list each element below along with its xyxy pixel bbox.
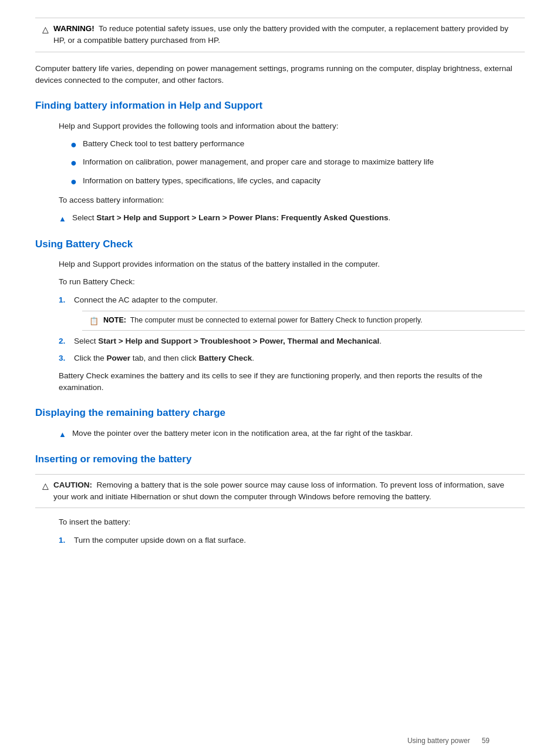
caution-content: CAUTION: Removing a battery that is the … <box>53 479 518 503</box>
arrow-text: Move the pointer over the battery meter … <box>72 428 413 439</box>
step-number: 1. <box>59 535 69 546</box>
footer-text: Using battery power <box>407 737 470 745</box>
warning-box: △ WARNING! To reduce potential safety is… <box>35 18 525 52</box>
arrow-triangle-icon: ▲ <box>59 429 66 441</box>
step-text: Select Start > Help and Support > Troubl… <box>74 335 382 347</box>
step-number: 3. <box>59 352 69 364</box>
note-icon: 📋 <box>89 315 99 327</box>
caution-box: △ CAUTION: Removing a battery that is th… <box>35 474 525 509</box>
intro-text: Computer battery life varies, depending … <box>35 63 525 87</box>
step-text: Connect the AC adapter to the computer. <box>74 294 218 306</box>
step-number: 2. <box>59 335 69 347</box>
section1-heading: Finding battery information in Help and … <box>35 98 525 113</box>
caution-text: Removing a battery that is the sole powe… <box>53 480 504 501</box>
warning-text: WARNING! To reduce potential safety issu… <box>53 23 518 47</box>
list-item: 3. Click the Power tab, and then click B… <box>59 352 525 364</box>
list-item: ● Information on battery types, specific… <box>70 175 525 189</box>
arrow-text: Select Start > Help and Support > Learn … <box>72 212 390 224</box>
list-item: 2. Select Start > Help and Support > Tro… <box>59 335 525 347</box>
note-text: The computer must be connected to extern… <box>130 316 423 324</box>
caution-triangle-icon: △ <box>42 480 49 492</box>
section1-intro: Help and Support provides the following … <box>59 120 525 132</box>
bullet-icon: ● <box>70 138 77 152</box>
warning-triangle-icon: △ <box>42 23 49 36</box>
section2-conclusion: Battery Check examines the battery and i… <box>59 370 525 394</box>
note-box: 📋 NOTE: The computer must be connected t… <box>82 311 525 331</box>
step-text: Click the Power tab, and then click Batt… <box>74 352 254 364</box>
page-footer: Using battery power 59 <box>407 735 490 746</box>
page-wrapper: △ WARNING! To reduce potential safety is… <box>35 18 525 746</box>
step-text: Turn the computer upside down on a flat … <box>74 535 246 546</box>
section2-numbered-list: 1. Connect the AC adapter to the compute… <box>59 294 525 364</box>
section3-heading: Displaying the remaining battery charge <box>35 405 525 421</box>
bullet-icon: ● <box>70 175 77 189</box>
list-item: 1. Turn the computer upside down on a fl… <box>59 535 525 546</box>
bullet-icon: ● <box>70 156 77 170</box>
page-number: 59 <box>482 737 490 745</box>
section3-arrow-item: ▲ Move the pointer over the battery mete… <box>59 428 525 441</box>
section2-heading: Using Battery Check <box>35 237 525 252</box>
section1-access-text: To access battery information: <box>59 194 525 206</box>
list-item: 1. Connect the AC adapter to the compute… <box>59 294 525 306</box>
section1-bullet-list: ● Battery Check tool to test battery per… <box>70 138 525 189</box>
bullet-text: Information on calibration, power manage… <box>83 156 434 168</box>
section4-insert-text: To insert the battery: <box>59 516 525 528</box>
bullet-text: Information on battery types, specificat… <box>83 175 321 187</box>
step-number: 1. <box>59 294 69 306</box>
arrow-triangle-icon: ▲ <box>59 213 66 225</box>
note-content: NOTE: The computer must be connected to … <box>103 315 423 326</box>
caution-label: CAUTION: <box>53 480 92 489</box>
section4-heading: Inserting or removing the battery <box>35 452 525 467</box>
section2-intro: Help and Support provides information on… <box>59 258 525 270</box>
bullet-text: Battery Check tool to test battery perfo… <box>83 138 244 150</box>
section1-arrow-item: ▲ Select Start > Help and Support > Lear… <box>59 212 525 225</box>
list-item: ● Battery Check tool to test battery per… <box>70 138 525 152</box>
section4-numbered-list: 1. Turn the computer upside down on a fl… <box>59 535 525 546</box>
section2-run-text: To run Battery Check: <box>59 276 525 288</box>
list-item: ● Information on calibration, power mana… <box>70 156 525 170</box>
